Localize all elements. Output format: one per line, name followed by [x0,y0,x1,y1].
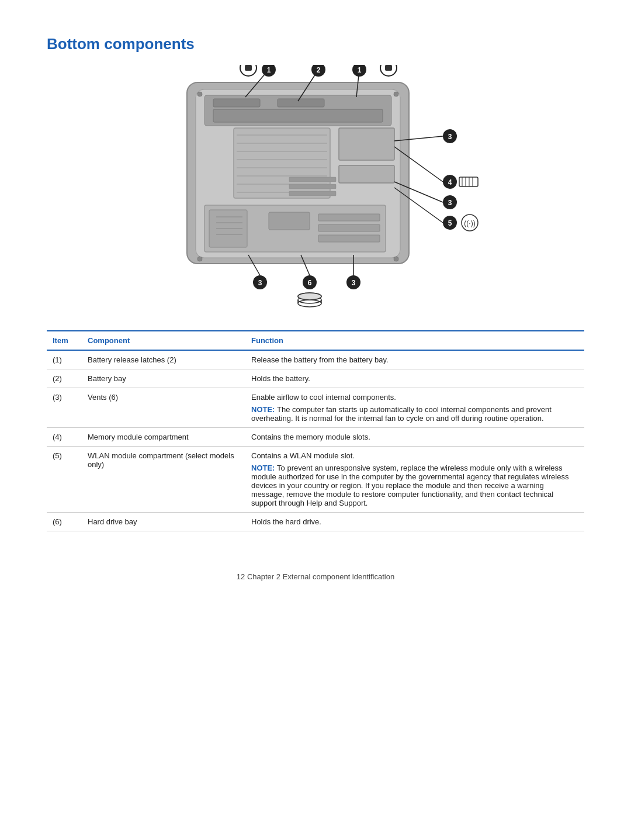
col-item: Item [47,331,82,350]
svg-rect-26 [318,235,380,242]
note-block: NOTE: To prevent an unresponsive system,… [251,464,578,507]
svg-text:4: 4 [448,178,452,186]
svg-rect-29 [289,191,336,196]
svg-text:((·)): ((·)) [464,219,475,227]
table-row: (3)Vents (6)Enable airflow to cool inter… [47,388,584,428]
cell-component: Battery bay [82,369,245,388]
cell-item: (3) [47,388,82,428]
cell-item: (1) [47,350,82,369]
cell-component: Battery release latches (2) [82,350,245,369]
page-footer: 12 Chapter 2 External component identifi… [47,566,584,581]
col-component: Component [82,331,245,350]
cell-item: (6) [47,513,82,531]
table-row: (1)Battery release latches (2)Release th… [47,350,584,369]
cell-item: (2) [47,369,82,388]
svg-text:1: 1 [358,66,362,74]
svg-text:5: 5 [448,219,452,227]
cell-component: WLAN module compartment (select models o… [82,447,245,513]
note-label: NOTE: [251,464,277,472]
table-row: (5)WLAN module compartment (select model… [47,447,584,513]
table-row: (2)Battery bayHolds the battery. [47,369,584,388]
cell-item: (4) [47,428,82,447]
svg-rect-24 [318,214,380,221]
diagram-container: 1 2 1 3 4 3 5 [47,65,584,316]
svg-point-32 [197,257,202,261]
components-table: Item Component Function (1)Battery relea… [47,330,584,531]
svg-text:3: 3 [258,279,262,287]
svg-rect-23 [269,212,310,230]
svg-text:3: 3 [448,133,452,141]
svg-rect-27 [289,177,336,182]
col-function: Function [245,331,584,350]
svg-rect-46 [385,65,392,71]
svg-text:3: 3 [352,279,356,287]
note-block: NOTE: The computer fan starts up automat… [251,405,578,423]
svg-text:6: 6 [308,279,312,287]
svg-point-30 [197,92,202,96]
svg-rect-3 [213,99,260,107]
svg-rect-16 [339,165,394,183]
svg-rect-38 [245,65,252,71]
svg-rect-28 [289,184,336,189]
cell-component: Vents (6) [82,388,245,428]
svg-rect-5 [213,109,383,122]
svg-rect-25 [318,224,380,231]
cell-function: Enable airflow to cool internal componen… [245,388,584,428]
cell-component: Hard drive bay [82,513,245,531]
note-label: NOTE: [251,405,277,414]
cell-function: Contains a WLAN module slot.NOTE: To pre… [245,447,584,513]
cell-component: Memory module compartment [82,428,245,447]
svg-point-33 [394,257,398,261]
table-row: (6)Hard drive bayHolds the hard drive. [47,513,584,531]
svg-point-80 [298,293,321,300]
svg-rect-15 [339,128,394,160]
table-row: (4)Memory module compartmentContains the… [47,428,584,447]
cell-function: Holds the hard drive. [245,513,584,531]
page-title: Bottom components [47,35,584,53]
cell-function: Holds the battery. [245,369,584,388]
svg-text:1: 1 [267,66,271,74]
bottom-components-diagram: 1 2 1 3 4 3 5 [146,65,485,316]
svg-point-31 [394,92,398,96]
cell-function: Contains the memory module slots. [245,428,584,447]
cell-item: (5) [47,447,82,513]
svg-text:2: 2 [317,66,321,74]
cell-function: Release the battery from the battery bay… [245,350,584,369]
svg-rect-4 [278,99,324,107]
svg-text:3: 3 [448,199,452,207]
